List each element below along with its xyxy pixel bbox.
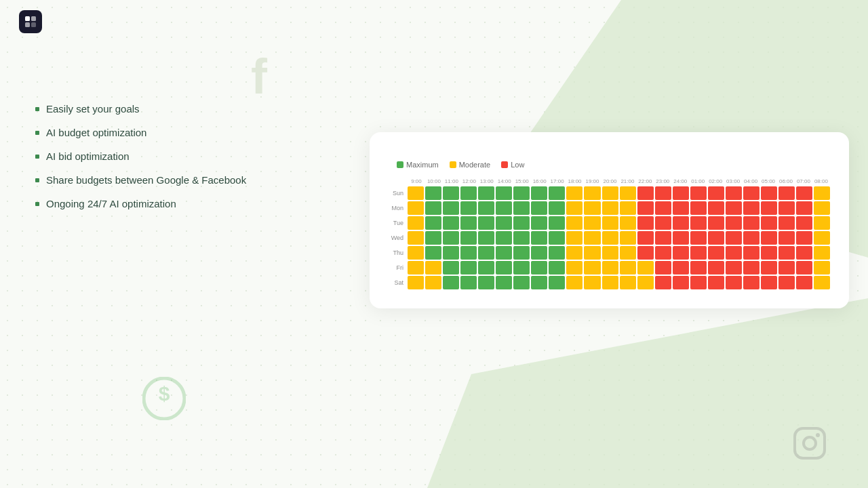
heatmap-grid: 9:0010:0011:0012:0013:0014:0015:0016:001…	[389, 178, 830, 289]
cell-low	[778, 246, 795, 260]
google-watermark-icon: $	[142, 377, 186, 420]
cell-moderate	[566, 201, 583, 215]
day-label: Sun	[389, 190, 406, 197]
cell-moderate	[814, 216, 830, 230]
cell-moderate	[620, 231, 636, 245]
time-label: 21:00	[618, 178, 636, 184]
cell-moderate	[637, 276, 654, 289]
cell-low	[726, 201, 742, 215]
cell-low	[637, 216, 654, 230]
grid-cells	[408, 276, 830, 289]
cell-max	[549, 201, 565, 215]
cell-low	[655, 231, 671, 245]
cell-max	[425, 246, 441, 260]
cell-moderate	[584, 201, 600, 215]
feature-item: Easily set your goals	[35, 103, 246, 115]
svg-point-7	[804, 437, 816, 449]
cell-low	[690, 261, 707, 274]
feature-list: Easily set your goalsAI budget optimizat…	[35, 103, 246, 209]
cell-moderate	[566, 276, 583, 289]
cell-low	[690, 246, 707, 260]
cell-max	[443, 186, 459, 200]
cell-moderate	[584, 186, 600, 200]
feature-item: Ongoing 24/7 AI optimization	[35, 198, 246, 209]
heatmap-card: Maximum Moderate Low 9:0010:0011:0012:00…	[370, 132, 849, 308]
heatmap-legend: Maximum Moderate Low	[389, 161, 830, 169]
cell-low	[690, 186, 707, 200]
cell-max	[513, 246, 530, 260]
day-label: Tue	[389, 220, 406, 226]
cell-max	[531, 261, 547, 274]
cell-moderate	[620, 276, 636, 289]
grid-cells	[408, 186, 830, 200]
cell-max	[531, 231, 547, 245]
time-label: 16:00	[531, 178, 549, 184]
cell-max	[496, 276, 512, 289]
svg-rect-6	[795, 428, 825, 458]
facebook-watermark-icon: f	[251, 49, 267, 104]
cell-moderate	[602, 276, 618, 289]
cell-max	[478, 186, 494, 200]
time-label: 20:00	[601, 178, 618, 184]
cell-moderate	[814, 246, 830, 260]
legend-max-label: Maximum	[406, 161, 439, 169]
cell-moderate	[602, 231, 618, 245]
cell-max	[513, 216, 530, 230]
cell-low	[690, 231, 707, 245]
grid-row: Wed	[389, 231, 830, 245]
cell-max	[460, 231, 477, 245]
grid-cells	[408, 231, 830, 245]
feature-bullet	[35, 107, 39, 111]
cell-low	[796, 276, 812, 289]
cell-max	[425, 201, 441, 215]
cell-low	[778, 216, 795, 230]
cell-low	[655, 276, 671, 289]
logo-icon	[19, 10, 42, 33]
cell-max	[531, 276, 547, 289]
svg-point-8	[816, 433, 820, 437]
cell-moderate	[814, 186, 830, 200]
time-label: 15:00	[513, 178, 531, 184]
cell-low	[708, 186, 724, 200]
cell-moderate	[620, 216, 636, 230]
cell-low	[673, 276, 689, 289]
cell-max	[478, 231, 494, 245]
cell-moderate	[814, 261, 830, 274]
cell-moderate	[620, 261, 636, 274]
cell-moderate	[602, 216, 618, 230]
grid-row: Sat	[389, 276, 830, 289]
cell-low	[655, 261, 671, 274]
cell-moderate	[584, 216, 600, 230]
cell-low	[708, 231, 724, 245]
cell-max	[478, 216, 494, 230]
time-label: 11:00	[443, 178, 460, 184]
cell-moderate	[620, 201, 636, 215]
cell-max	[478, 276, 494, 289]
cell-moderate	[602, 261, 618, 274]
cell-moderate	[584, 261, 600, 274]
cell-low	[743, 216, 760, 230]
cell-low	[761, 246, 777, 260]
cell-moderate	[814, 231, 830, 245]
cell-moderate	[602, 186, 618, 200]
cell-max	[425, 186, 441, 200]
svg-text:$: $	[159, 382, 170, 405]
header	[0, 0, 868, 43]
cell-moderate	[408, 186, 424, 200]
cell-max	[460, 246, 477, 260]
cell-low	[637, 186, 654, 200]
cell-low	[690, 201, 707, 215]
feature-bullet	[35, 178, 39, 182]
cell-moderate	[408, 261, 424, 274]
cell-max	[496, 246, 512, 260]
cell-low	[708, 276, 724, 289]
cell-low	[778, 261, 795, 274]
cell-moderate	[602, 201, 618, 215]
cell-max	[513, 201, 530, 215]
time-label: 13:00	[478, 178, 496, 184]
grid-cells	[408, 261, 830, 274]
logo[interactable]	[19, 10, 47, 33]
cell-low	[708, 261, 724, 274]
cell-max	[478, 261, 494, 274]
cell-low	[778, 201, 795, 215]
